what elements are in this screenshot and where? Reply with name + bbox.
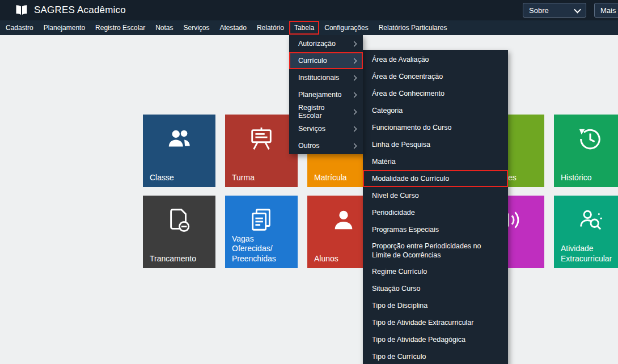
submenu-item-periodicidade[interactable]: Periodicidade	[363, 204, 508, 221]
tile-label: Classe	[150, 173, 213, 183]
mais-dropdown-button[interactable]: Mais	[594, 3, 618, 18]
chevron-right-icon	[352, 143, 357, 149]
submenu-item-label: Matéria	[372, 157, 396, 166]
submenu-item-materia[interactable]: Matéria	[363, 153, 508, 170]
tile-historico[interactable]: Histórico	[554, 115, 618, 187]
submenu-item-label: Tipo de Disciplina	[372, 301, 427, 310]
submenu-item-linha-de-pesquisa[interactable]: Linha de Pesquisa	[363, 136, 508, 153]
chevron-right-icon	[352, 41, 357, 46]
chevron-right-icon	[352, 126, 357, 132]
menu-atestado[interactable]: Atestado	[215, 21, 252, 35]
curriculo-submenu: Área de Avaliação Área de Concentração Á…	[363, 50, 508, 364]
submenu-item-tipo-de-curriculo[interactable]: Tipo de Currículo	[363, 349, 508, 364]
submenu-item-label: Área de Conhecimento	[372, 89, 445, 98]
submenu-item-regime-curriculo[interactable]: Regime Currículo	[363, 264, 508, 281]
dropdown-item-label: Outros	[298, 142, 320, 150]
tile-label: Vagas Oferecidas/ Preenchidas	[232, 234, 295, 264]
tile-turma[interactable]: Turma	[225, 115, 298, 187]
tile-label: Atividade Extracurricular	[561, 244, 618, 264]
submenu-item-label: Tipo de Currículo	[372, 352, 426, 361]
submenu-item-label: Área de Concentração	[372, 72, 443, 81]
person-search-icon	[577, 207, 603, 233]
submenu-item-nivel-de-curso[interactable]: Nível de Curso	[363, 187, 508, 204]
mais-label: Mais	[600, 6, 616, 15]
submenu-item-tipo-de-disciplina[interactable]: Tipo de Disciplina	[363, 298, 508, 315]
dropdown-item-label: Registro Escolar	[298, 104, 348, 120]
presentation-board-icon	[248, 126, 274, 152]
menu-relatorios-particulares[interactable]: Relatórios Particulares	[374, 21, 452, 35]
chevron-right-icon	[352, 75, 357, 81]
submenu-item-area-de-avaliacao[interactable]: Área de Avaliação	[363, 51, 508, 68]
submenu-item-situacao-curso[interactable]: Situação Curso	[363, 281, 508, 298]
app-logo-book-icon	[15, 5, 28, 16]
submenu-item-label: Programas Especiais	[372, 225, 439, 234]
sobre-dropdown-button[interactable]: Sobre	[523, 3, 586, 18]
submenu-item-area-de-concentracao[interactable]: Área de Concentração	[363, 68, 508, 85]
dropdown-item-label: Currículo	[298, 57, 327, 65]
dropdown-item-label: Institucionais	[298, 74, 339, 82]
submenu-item-label: Tipo de Atividade Extracurricular	[372, 318, 473, 327]
chevron-right-icon	[352, 92, 357, 98]
submenu-item-label: Proporção entre Periodicidades no Limite…	[372, 242, 499, 260]
tile-label-fragment: es	[508, 173, 542, 183]
menu-notas[interactable]: Notas	[150, 21, 178, 35]
document-minus-icon	[166, 207, 192, 233]
tile-label: Histórico	[561, 173, 618, 183]
sobre-label: Sobre	[529, 6, 549, 15]
menu-configuracoes[interactable]: Configurações	[319, 21, 373, 35]
submenu-item-label: Linha de Pesquisa	[372, 140, 430, 149]
menu-planejamento[interactable]: Planejamento	[39, 21, 90, 35]
dropdown-item-planejamento[interactable]: Planejamento	[289, 86, 363, 103]
menu-relatorio[interactable]: Relatório	[252, 21, 289, 35]
tile-atividade-extracurricular[interactable]: Atividade Extracurricular	[554, 196, 618, 268]
tile-vagas-oferecidas-preenchidas[interactable]: Vagas Oferecidas/ Preenchidas	[225, 196, 298, 268]
dropdown-item-label: Planejamento	[298, 91, 341, 99]
submenu-item-tipo-de-atividade-pedagogica[interactable]: Tipo de Atividade Pedagógica	[363, 332, 508, 349]
tile-classe[interactable]: Classe	[143, 115, 215, 187]
dropdown-item-outros[interactable]: Outros	[289, 137, 363, 154]
submenu-item-label: Periodicidade	[372, 208, 415, 217]
chevron-down-icon	[574, 6, 581, 13]
submenu-item-area-de-conhecimento[interactable]: Área de Conhecimento	[363, 85, 508, 102]
topbar-buttons: Sobre Mais	[523, 3, 618, 18]
chevron-right-icon	[352, 109, 357, 115]
menubar: Cadastro Planejamento Registro Escolar N…	[0, 20, 618, 35]
chevron-right-icon	[352, 58, 357, 64]
tile-label: Trancamento	[150, 254, 213, 264]
submenu-item-label: Funcionamento do Curso	[372, 123, 451, 132]
menu-servicos[interactable]: Serviços	[178, 21, 214, 35]
submenu-item-label: Tipo de Atividade Pedagógica	[372, 335, 465, 344]
dropdown-item-autorizacao[interactable]: Autorização	[289, 35, 363, 52]
dropdown-item-label: Serviços	[298, 125, 325, 133]
dropdown-item-servicos[interactable]: Serviços	[289, 120, 363, 137]
submenu-item-categoria[interactable]: Categoria	[363, 102, 508, 119]
submenu-item-label: Categoria	[372, 106, 403, 115]
submenu-item-funcionamento-do-curso[interactable]: Funcionamento do Curso	[363, 119, 508, 136]
history-clock-icon	[577, 126, 603, 152]
dropdown-item-curriculo[interactable]: Currículo	[289, 52, 363, 69]
dropdown-item-registro-escolar[interactable]: Registro Escolar	[289, 103, 363, 120]
topbar: SAGRES Acadêmico Sobre Mais	[0, 0, 618, 20]
tabela-dropdown-menu: Autorização Currículo Institucionais Pla…	[289, 35, 363, 154]
submenu-item-tipo-de-atividade-extracurricular[interactable]: Tipo de Atividade Extracurricular	[363, 315, 508, 332]
submenu-item-modalidade-do-curriculo[interactable]: Modalidade do Currículo	[363, 170, 508, 187]
tile-trancamento[interactable]: Trancamento	[143, 196, 215, 268]
people-icon	[166, 126, 192, 152]
dropdown-item-label: Autorização	[298, 40, 336, 48]
menu-tabela[interactable]: Tabela	[289, 21, 319, 35]
documents-icon	[248, 207, 274, 233]
submenu-item-proporcao-periodicidades[interactable]: Proporção entre Periodicidades no Limite…	[363, 238, 508, 264]
submenu-item-label: Área de Avaliação	[372, 55, 429, 64]
submenu-item-programas-especiais[interactable]: Programas Especiais	[363, 221, 508, 238]
submenu-item-label: Situação Curso	[372, 284, 420, 293]
student-icon	[331, 207, 357, 233]
menu-cadastro[interactable]: Cadastro	[1, 21, 39, 35]
app-title: SAGRES Acadêmico	[34, 5, 126, 16]
menu-registro-escolar[interactable]: Registro Escolar	[90, 21, 150, 35]
submenu-item-label: Nível de Curso	[372, 191, 419, 200]
tile-label: Turma	[232, 173, 295, 183]
submenu-item-label: Modalidade do Currículo	[372, 174, 449, 183]
submenu-item-label: Regime Currículo	[372, 267, 427, 276]
dropdown-item-institucionais[interactable]: Institucionais	[289, 69, 363, 86]
